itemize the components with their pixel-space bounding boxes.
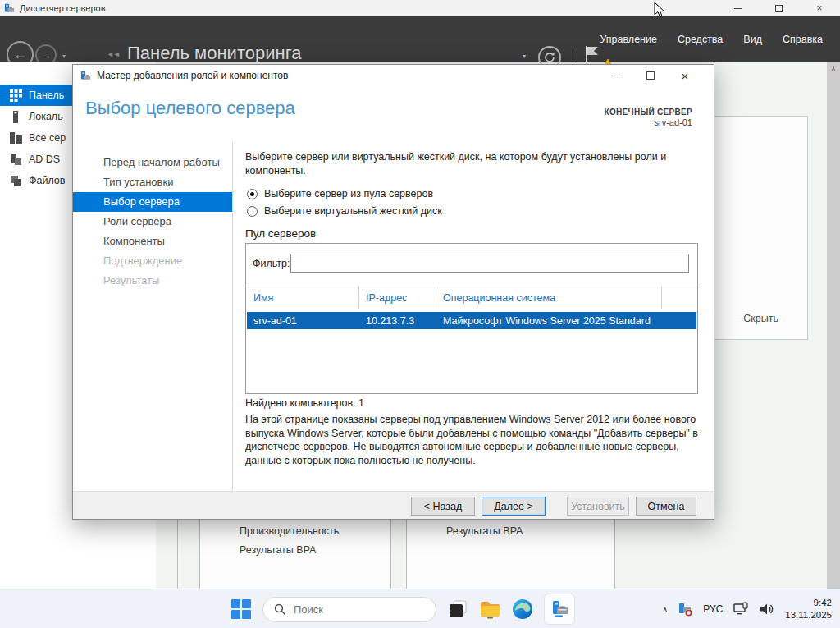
column-header-spacer — [662, 286, 696, 309]
filter-input[interactable] — [290, 254, 689, 273]
local-server-icon — [10, 111, 22, 123]
server-pool-groupbox: Фильтр: Имя IP-адрес Операционная систем… — [245, 243, 698, 394]
cell-server-os: Майкрософт Windows Server 2025 Standard — [436, 315, 696, 327]
tray-clock[interactable]: 9:42 13.11.2025 — [785, 597, 832, 621]
file-explorer-icon[interactable] — [479, 598, 501, 621]
language-indicator[interactable]: РУС — [703, 603, 723, 615]
file-services-icon — [10, 175, 22, 187]
server-manager-taskbar-button[interactable] — [544, 594, 575, 625]
scroll-up-icon[interactable]: ∧ — [827, 62, 840, 76]
system-tray: ∧ РУС 9:42 13.11.2025 — [662, 589, 832, 628]
task-view-icon[interactable] — [447, 598, 468, 620]
role-tile-left: Производительность Результаты BPA — [199, 520, 391, 589]
hide-link[interactable]: Скрыть — [743, 313, 778, 324]
network-icon[interactable] — [733, 602, 749, 617]
next-button[interactable]: Далее > — [482, 497, 546, 516]
menu-help[interactable]: Справка — [783, 34, 823, 45]
dialog-title: Мастер добавления ролей и компонентов — [97, 70, 288, 81]
tile-row-bpa-2[interactable]: Результаты BPA — [446, 525, 614, 537]
header-menu: Управление Средства Вид Справка — [600, 16, 823, 62]
wizard-intro-text: Выберите сервер или виртуальный жесткий … — [245, 150, 709, 178]
dialog-titlebar: Мастер добавления ролей и компонентов × — [73, 65, 714, 86]
server-manager-icon — [550, 599, 569, 619]
filter-label: Фильтр: — [253, 258, 290, 269]
wizard-nav-server-roles[interactable]: Роли сервера — [73, 212, 232, 231]
dialog-maximize-icon[interactable] — [633, 65, 668, 86]
taskbar-search[interactable] — [262, 597, 436, 622]
wizard-nav-features[interactable]: Компоненты — [73, 231, 232, 251]
target-server-label: КОНЕЧНЫЙ СЕРВЕР — [605, 108, 692, 117]
search-input[interactable] — [294, 603, 417, 616]
tile-border — [177, 520, 178, 589]
start-button-icon[interactable] — [231, 598, 252, 620]
search-icon — [274, 603, 286, 616]
dialog-close-icon[interactable]: × — [668, 65, 702, 86]
tray-server-manager-icon[interactable] — [678, 602, 693, 617]
maximize-icon[interactable] — [758, 0, 799, 16]
mouse-cursor — [654, 2, 666, 19]
history-caret-icon[interactable]: ▾ — [62, 53, 66, 60]
wizard-footer: < Назад Далее > Установить Отмена — [73, 491, 714, 519]
server-manager-icon — [4, 2, 16, 14]
wizard-nav-confirmation: Подтверждение — [73, 251, 232, 271]
edge-icon[interactable] — [512, 598, 533, 620]
column-header-name[interactable]: Имя — [247, 286, 359, 309]
refresh-caret-icon[interactable]: ▾ — [523, 53, 526, 60]
wizard-nav: Перед началом работы Тип установки Выбор… — [73, 142, 233, 491]
menu-view[interactable]: Вид — [743, 34, 762, 45]
tray-date: 13.11.2025 — [785, 609, 832, 621]
close-icon[interactable]: × — [799, 0, 840, 16]
computers-found-text: Найдено компьютеров: 1 — [245, 397, 364, 409]
wizard-nav-before-you-begin[interactable]: Перед началом работы — [73, 153, 232, 172]
tile-row-performance[interactable]: Производительность — [240, 525, 390, 537]
window-title: Диспетчер серверов — [20, 3, 106, 13]
target-server-block: КОНЕЧНЫЙ СЕРВЕР srv-ad-01 — [605, 108, 692, 127]
install-button: Установить — [567, 497, 629, 516]
radio-vhd-label: Выберите виртуальный жесткий диск — [264, 205, 442, 217]
tile-row-bpa[interactable]: Результаты BPA — [240, 544, 390, 556]
column-header-os[interactable]: Операционная система — [436, 286, 662, 309]
ad-ds-icon — [10, 154, 22, 166]
back-button[interactable]: < Назад — [411, 497, 475, 516]
wizard-description-text: На этой странице показаны серверы под уп… — [245, 413, 710, 467]
tray-chevron-up-icon[interactable]: ∧ — [662, 605, 668, 614]
wizard-nav-results: Результаты — [73, 271, 232, 291]
main-window-titlebar: Диспетчер серверов × — [0, 0, 840, 16]
vertical-scrollbar[interactable]: ∧ — [827, 62, 840, 589]
cell-server-name: srv-ad-01 — [247, 315, 359, 327]
radio-server-pool-label: Выберите сервер из пула серверов — [264, 188, 433, 199]
wizard-nav-server-selection[interactable]: Выбор сервера — [73, 192, 232, 212]
add-roles-wizard-dialog: Мастер добавления ролей и компонентов × … — [72, 64, 714, 520]
cancel-button[interactable]: Отмена — [636, 497, 696, 516]
collapse-icon[interactable]: ◄◄ — [107, 50, 120, 58]
volume-icon[interactable] — [759, 602, 775, 617]
dialog-minimize-icon[interactable] — [599, 65, 633, 86]
server-manager-icon — [80, 70, 92, 81]
radio-row-server-pool[interactable]: Выберите сервер из пула серверов — [247, 188, 433, 199]
app-header: ← → ▾ ◄◄ Панель мониторинга ▾ ! Управлен… — [0, 16, 840, 62]
taskbar: ∧ РУС 9:42 13.11.2025 — [0, 589, 840, 628]
radio-vhd[interactable] — [247, 206, 258, 217]
cell-server-ip: 10.213.7.3 — [359, 315, 436, 327]
menu-manage[interactable]: Управление — [600, 34, 657, 45]
radio-server-pool[interactable] — [247, 189, 258, 199]
dashboard-grid-icon — [10, 89, 22, 102]
minimize-icon[interactable] — [717, 0, 758, 16]
menu-tools[interactable]: Средства — [678, 34, 723, 45]
server-table-header: Имя IP-адрес Операционная система — [247, 286, 696, 309]
tray-time: 9:42 — [785, 597, 832, 609]
target-server-name: srv-ad-01 — [605, 117, 692, 127]
table-row-selected[interactable]: srv-ad-01 10.213.7.3 Майкрософт Windows … — [247, 312, 696, 329]
server-pool-label: Пул серверов — [245, 227, 316, 240]
column-header-ip[interactable]: IP-адрес — [359, 286, 436, 309]
radio-row-vhd[interactable]: Выберите виртуальный жесткий диск — [247, 205, 442, 217]
wizard-heading: Выбор целевого сервера — [85, 98, 295, 119]
all-servers-icon — [10, 132, 22, 144]
role-tile-right: Результаты BPA — [406, 520, 615, 589]
server-manager-screen: Диспетчер серверов × ← → ▾ ◄◄ Панель мон… — [0, 0, 840, 628]
wizard-nav-installation-type[interactable]: Тип установки — [73, 172, 232, 192]
